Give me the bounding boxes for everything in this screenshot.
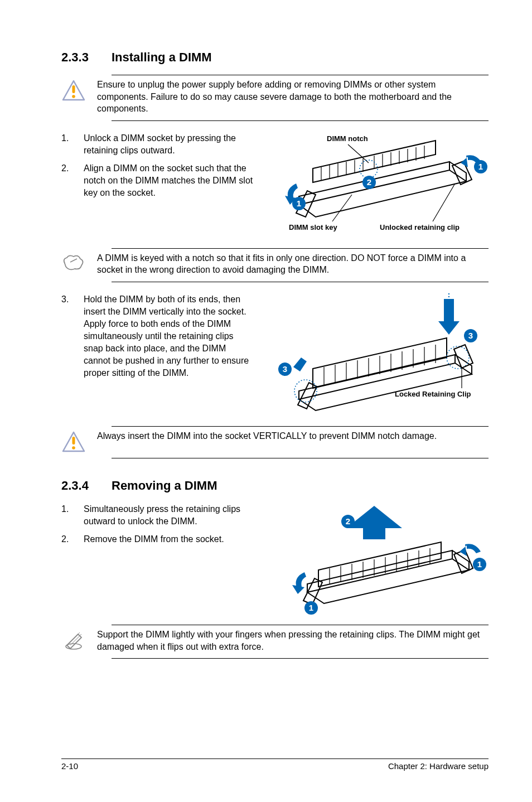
- page-number: 2-10: [61, 761, 78, 771]
- callout: 1: [477, 559, 482, 569]
- callout: 2: [346, 516, 350, 526]
- info-text: Support the DIMM lightly with your finge…: [97, 629, 489, 653]
- callout: 1: [309, 603, 313, 612]
- section-heading: 2.3.4 Removing a DIMM: [61, 479, 489, 493]
- step-index: 1.: [61, 132, 74, 157]
- section-title: Removing a DIMM: [112, 479, 217, 493]
- step-body: Simultaneously press the retaining clips…: [84, 503, 254, 528]
- callout: 2: [367, 177, 371, 187]
- warning-text: Always insert the DIMM into the socket V…: [97, 430, 489, 452]
- list-item: 3. Hold the DIMM by both of its ends, th…: [61, 293, 254, 380]
- info-note: A DIMM is keyed with a notch so that it …: [112, 248, 489, 282]
- hand-icon: [61, 252, 86, 276]
- warning-note: Ensure to unplug the power supply before…: [112, 75, 489, 121]
- info-text: A DIMM is keyed with a notch so that it …: [97, 252, 489, 276]
- section-number: 2.3.4: [61, 479, 95, 493]
- steps-with-figure: 1. Unlock a DIMM socket by pressing the …: [61, 132, 489, 238]
- step-body: Remove the DIMM from the socket.: [84, 533, 254, 545]
- pencil-icon: [61, 629, 86, 653]
- step-index: 2.: [61, 162, 74, 199]
- list-item: 2. Remove the DIMM from the socket.: [61, 533, 254, 545]
- info-note: Support the DIMM lightly with your finge…: [112, 625, 489, 659]
- list-item: 1. Unlock a DIMM socket by pressing the …: [61, 132, 254, 157]
- step3-with-figure: 3. Hold the DIMM by both of its ends, th…: [61, 293, 489, 416]
- step-index: 1.: [61, 503, 74, 528]
- step-body: Unlock a DIMM socket by pressing the ret…: [84, 132, 254, 157]
- svg-rect-1: [72, 85, 75, 93]
- step-body: Hold the DIMM by both of its ends, then …: [84, 293, 254, 380]
- step-index: 3.: [61, 293, 74, 380]
- warning-text: Ensure to unplug the power supply before…: [97, 79, 489, 115]
- figure-remove: 1 1 2: [265, 503, 489, 615]
- caution-icon: [61, 79, 86, 115]
- svg-line-57: [69, 632, 80, 644]
- caution-icon: [61, 430, 86, 452]
- callout: 1: [297, 199, 301, 208]
- section-title: Installing a DIMM: [112, 50, 212, 65]
- svg-line-21: [332, 195, 352, 221]
- svg-rect-41: [72, 437, 75, 445]
- svg-line-22: [433, 183, 455, 221]
- warning-note: Always insert the DIMM into the socket V…: [112, 426, 489, 458]
- label-unlocked-clip: Unlocked retaining clip: [380, 223, 460, 231]
- step-body: Align a DIMM on the socket such that the…: [84, 162, 254, 199]
- callout: 3: [283, 364, 287, 374]
- svg-point-42: [72, 446, 75, 450]
- step-list: 1. Unlock a DIMM socket by pressing the …: [61, 132, 254, 199]
- remove-steps-with-figure: 1. Simultaneously press the retaining cl…: [61, 503, 489, 615]
- list-item: 1. Simultaneously press the retaining cl…: [61, 503, 254, 528]
- step-list: 1. Simultaneously press the retaining cl…: [61, 503, 254, 545]
- list-item: 2. Align a DIMM on the socket such that …: [61, 162, 254, 199]
- chapter-label: Chapter 2: Hardware setup: [388, 761, 489, 771]
- figure-install-lock: 3 3 Locked Retaining Clip: [265, 293, 489, 416]
- figure-install-unlock: DIMM notch: [265, 132, 489, 238]
- callout: 3: [468, 331, 473, 340]
- step-index: 2.: [61, 533, 74, 545]
- callout: 1: [478, 162, 483, 171]
- label-dimm-notch: DIMM notch: [327, 134, 368, 143]
- section-number: 2.3.3: [61, 50, 95, 65]
- label-slot-key: DIMM slot key: [289, 223, 337, 231]
- section-heading: 2.3.3 Installing a DIMM: [61, 50, 489, 65]
- step-list: 3. Hold the DIMM by both of its ends, th…: [61, 293, 254, 380]
- page-footer: 2-10 Chapter 2: Hardware setup: [61, 758, 489, 771]
- svg-point-2: [72, 95, 75, 98]
- label-locked-clip: Locked Retaining Clip: [395, 390, 471, 398]
